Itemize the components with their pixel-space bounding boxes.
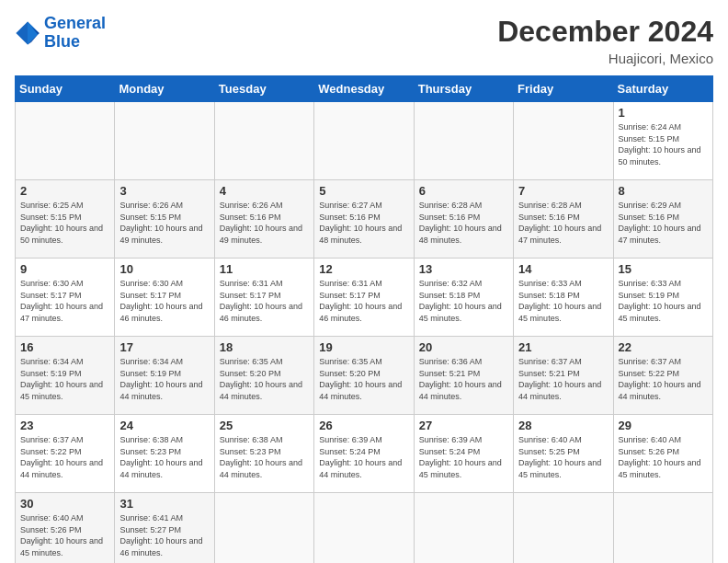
calendar-cell: 27Sunrise: 6:39 AMSunset: 5:24 PMDayligh… xyxy=(414,415,513,493)
calendar-cell: 16Sunrise: 6:34 AMSunset: 5:19 PMDayligh… xyxy=(16,337,115,415)
calendar-cell xyxy=(514,102,613,180)
day-info: Sunrise: 6:38 AMSunset: 5:23 PMDaylight:… xyxy=(220,434,309,480)
col-friday: Friday xyxy=(514,76,613,102)
calendar-cell: 19Sunrise: 6:35 AMSunset: 5:20 PMDayligh… xyxy=(314,337,414,415)
calendar-cell xyxy=(214,102,313,180)
calendar-row: 16Sunrise: 6:34 AMSunset: 5:19 PMDayligh… xyxy=(16,337,713,415)
calendar-cell: 1Sunrise: 6:24 AMSunset: 5:15 PMDaylight… xyxy=(613,102,712,180)
calendar-cell: 25Sunrise: 6:38 AMSunset: 5:23 PMDayligh… xyxy=(214,415,313,493)
day-info: Sunrise: 6:29 AMSunset: 5:16 PMDaylight:… xyxy=(619,200,708,246)
day-info: Sunrise: 6:40 AMSunset: 5:26 PMDaylight:… xyxy=(20,512,109,558)
day-number: 6 xyxy=(419,184,508,198)
day-number: 2 xyxy=(20,184,109,198)
day-info: Sunrise: 6:26 AMSunset: 5:16 PMDaylight:… xyxy=(220,200,309,246)
day-info: Sunrise: 6:34 AMSunset: 5:19 PMDaylight:… xyxy=(20,356,109,402)
day-number: 8 xyxy=(619,184,708,198)
title-block: December 2024 Huajicori, Mexico xyxy=(497,15,713,66)
calendar-cell: 5Sunrise: 6:27 AMSunset: 5:16 PMDaylight… xyxy=(314,180,414,259)
day-info: Sunrise: 6:41 AMSunset: 5:27 PMDaylight:… xyxy=(119,512,209,558)
calendar-cell: 3Sunrise: 6:26 AMSunset: 5:15 PMDaylight… xyxy=(115,180,214,259)
day-info: Sunrise: 6:35 AMSunset: 5:20 PMDaylight:… xyxy=(220,356,309,402)
logo-icon xyxy=(15,20,40,46)
calendar-table: Sunday Monday Tuesday Wednesday Thursday… xyxy=(15,75,713,563)
calendar-row: 30Sunrise: 6:40 AMSunset: 5:26 PMDayligh… xyxy=(16,493,713,564)
day-number: 12 xyxy=(319,262,408,276)
calendar-row: 2Sunrise: 6:25 AMSunset: 5:15 PMDaylight… xyxy=(16,180,713,259)
day-info: Sunrise: 6:39 AMSunset: 5:24 PMDaylight:… xyxy=(419,434,508,480)
calendar-cell: 24Sunrise: 6:38 AMSunset: 5:23 PMDayligh… xyxy=(115,415,214,493)
day-info: Sunrise: 6:37 AMSunset: 5:21 PMDaylight:… xyxy=(518,356,608,402)
calendar-cell xyxy=(514,493,613,564)
day-number: 22 xyxy=(619,340,708,354)
location: Huajicori, Mexico xyxy=(497,51,713,66)
col-tuesday: Tuesday xyxy=(214,76,313,102)
day-number: 23 xyxy=(20,419,109,432)
day-number: 15 xyxy=(619,262,708,276)
calendar-cell: 8Sunrise: 6:29 AMSunset: 5:16 PMDaylight… xyxy=(613,180,712,259)
day-info: Sunrise: 6:31 AMSunset: 5:17 PMDaylight:… xyxy=(319,278,408,324)
day-number: 9 xyxy=(20,262,109,276)
calendar-cell: 21Sunrise: 6:37 AMSunset: 5:21 PMDayligh… xyxy=(514,337,613,415)
day-info: Sunrise: 6:30 AMSunset: 5:17 PMDaylight:… xyxy=(119,278,209,324)
calendar-cell: 28Sunrise: 6:40 AMSunset: 5:25 PMDayligh… xyxy=(514,415,613,493)
day-number: 1 xyxy=(619,106,708,120)
calendar-cell xyxy=(613,493,712,564)
day-info: Sunrise: 6:27 AMSunset: 5:16 PMDaylight:… xyxy=(319,200,408,246)
calendar-cell: 17Sunrise: 6:34 AMSunset: 5:19 PMDayligh… xyxy=(115,337,214,415)
calendar-cell: 29Sunrise: 6:40 AMSunset: 5:26 PMDayligh… xyxy=(613,415,712,493)
day-info: Sunrise: 6:40 AMSunset: 5:25 PMDaylight:… xyxy=(518,434,608,480)
calendar-cell xyxy=(414,493,513,564)
day-info: Sunrise: 6:40 AMSunset: 5:26 PMDaylight:… xyxy=(619,434,708,480)
day-info: Sunrise: 6:38 AMSunset: 5:23 PMDaylight:… xyxy=(119,434,209,480)
calendar-cell: 18Sunrise: 6:35 AMSunset: 5:20 PMDayligh… xyxy=(214,337,313,415)
calendar-row: 1Sunrise: 6:24 AMSunset: 5:15 PMDaylight… xyxy=(16,102,713,180)
day-info: Sunrise: 6:32 AMSunset: 5:18 PMDaylight:… xyxy=(419,278,508,324)
calendar-cell: 7Sunrise: 6:28 AMSunset: 5:16 PMDaylight… xyxy=(514,180,613,259)
day-number: 21 xyxy=(518,340,608,354)
day-info: Sunrise: 6:26 AMSunset: 5:15 PMDaylight:… xyxy=(119,200,209,246)
day-number: 10 xyxy=(119,262,209,276)
day-number: 5 xyxy=(319,184,408,198)
day-number: 7 xyxy=(518,184,608,198)
day-info: Sunrise: 6:28 AMSunset: 5:16 PMDaylight:… xyxy=(419,200,508,246)
calendar-cell: 11Sunrise: 6:31 AMSunset: 5:17 PMDayligh… xyxy=(214,259,313,337)
day-number: 28 xyxy=(518,419,608,432)
logo-text: General Blue xyxy=(44,15,106,52)
day-number: 17 xyxy=(119,340,209,354)
calendar-cell: 20Sunrise: 6:36 AMSunset: 5:21 PMDayligh… xyxy=(414,337,513,415)
calendar-cell: 30Sunrise: 6:40 AMSunset: 5:26 PMDayligh… xyxy=(16,493,115,564)
day-info: Sunrise: 6:37 AMSunset: 5:22 PMDaylight:… xyxy=(20,434,109,480)
day-number: 20 xyxy=(419,340,508,354)
calendar-cell: 23Sunrise: 6:37 AMSunset: 5:22 PMDayligh… xyxy=(16,415,115,493)
col-thursday: Thursday xyxy=(414,76,513,102)
calendar-cell xyxy=(314,493,414,564)
day-number: 14 xyxy=(518,262,608,276)
day-info: Sunrise: 6:35 AMSunset: 5:20 PMDaylight:… xyxy=(319,356,408,402)
calendar-row: 23Sunrise: 6:37 AMSunset: 5:22 PMDayligh… xyxy=(16,415,713,493)
day-number: 18 xyxy=(220,340,309,354)
calendar-cell: 12Sunrise: 6:31 AMSunset: 5:17 PMDayligh… xyxy=(314,259,414,337)
day-number: 26 xyxy=(319,419,408,432)
day-info: Sunrise: 6:34 AMSunset: 5:19 PMDaylight:… xyxy=(119,356,209,402)
day-number: 31 xyxy=(119,497,209,511)
day-number: 30 xyxy=(20,497,109,511)
calendar-row: 9Sunrise: 6:30 AMSunset: 5:17 PMDaylight… xyxy=(16,259,713,337)
day-info: Sunrise: 6:25 AMSunset: 5:15 PMDaylight:… xyxy=(20,200,109,246)
day-number: 24 xyxy=(119,419,209,432)
calendar-cell: 15Sunrise: 6:33 AMSunset: 5:19 PMDayligh… xyxy=(613,259,712,337)
day-info: Sunrise: 6:37 AMSunset: 5:22 PMDaylight:… xyxy=(619,356,708,402)
calendar-cell xyxy=(414,102,513,180)
day-info: Sunrise: 6:36 AMSunset: 5:21 PMDaylight:… xyxy=(419,356,508,402)
calendar-cell: 14Sunrise: 6:33 AMSunset: 5:18 PMDayligh… xyxy=(514,259,613,337)
month-year: December 2024 xyxy=(497,15,713,49)
logo: General Blue xyxy=(15,15,106,52)
calendar-cell xyxy=(314,102,414,180)
calendar-cell xyxy=(16,102,115,180)
page: General Blue December 2024 Huajicori, Me… xyxy=(0,0,728,563)
logo-line2: Blue xyxy=(44,32,80,51)
day-number: 27 xyxy=(419,419,508,432)
calendar-cell: 9Sunrise: 6:30 AMSunset: 5:17 PMDaylight… xyxy=(16,259,115,337)
day-info: Sunrise: 6:24 AMSunset: 5:15 PMDaylight:… xyxy=(619,121,708,167)
calendar-cell: 31Sunrise: 6:41 AMSunset: 5:27 PMDayligh… xyxy=(115,493,214,564)
col-saturday: Saturday xyxy=(613,76,712,102)
